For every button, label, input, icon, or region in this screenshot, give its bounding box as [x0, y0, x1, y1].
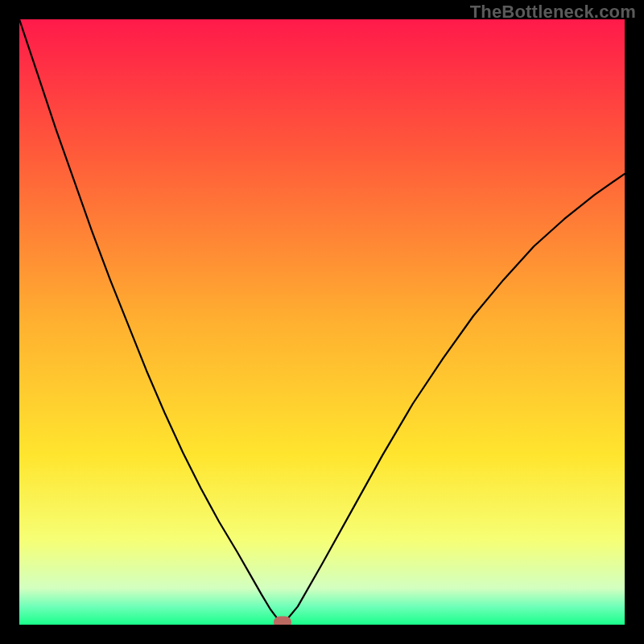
plot-area — [19, 19, 625, 625]
chart-frame: TheBottleneck.com — [0, 0, 644, 644]
gradient-bg — [19, 19, 625, 625]
plot-svg — [19, 19, 625, 625]
optimal-point-marker — [274, 617, 291, 625]
